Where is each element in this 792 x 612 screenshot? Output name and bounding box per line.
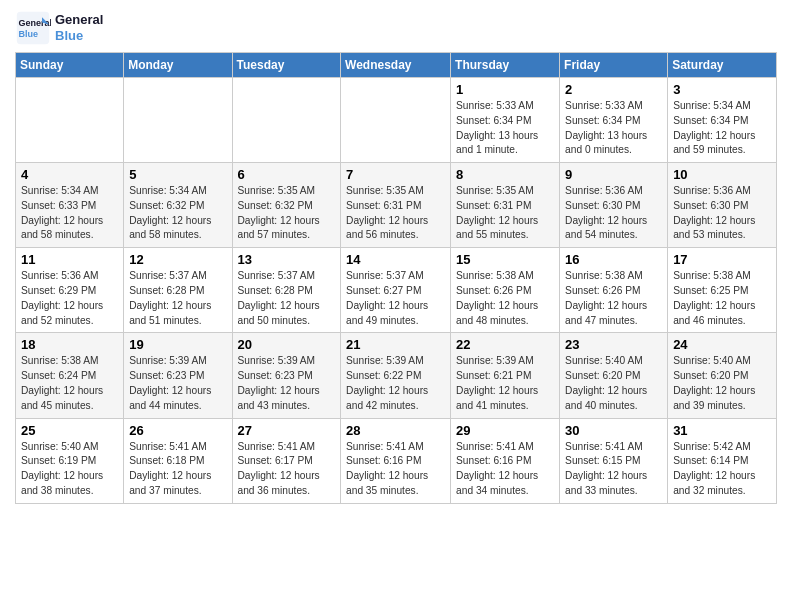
day-number: 16: [565, 252, 662, 267]
calendar-week-5: 25Sunrise: 5:40 AM Sunset: 6:19 PM Dayli…: [16, 418, 777, 503]
page: General Blue General Blue SundayMondayTu…: [0, 0, 792, 514]
calendar-cell: 29Sunrise: 5:41 AM Sunset: 6:16 PM Dayli…: [451, 418, 560, 503]
day-number: 7: [346, 167, 445, 182]
col-header-tuesday: Tuesday: [232, 53, 341, 78]
day-number: 25: [21, 423, 118, 438]
calendar-cell: 21Sunrise: 5:39 AM Sunset: 6:22 PM Dayli…: [341, 333, 451, 418]
calendar-cell: 15Sunrise: 5:38 AM Sunset: 6:26 PM Dayli…: [451, 248, 560, 333]
day-info: Sunrise: 5:35 AM Sunset: 6:32 PM Dayligh…: [238, 184, 336, 243]
calendar-cell: 31Sunrise: 5:42 AM Sunset: 6:14 PM Dayli…: [668, 418, 777, 503]
calendar-cell: [232, 78, 341, 163]
day-number: 27: [238, 423, 336, 438]
day-number: 2: [565, 82, 662, 97]
calendar-cell: 25Sunrise: 5:40 AM Sunset: 6:19 PM Dayli…: [16, 418, 124, 503]
day-info: Sunrise: 5:42 AM Sunset: 6:14 PM Dayligh…: [673, 440, 771, 499]
day-info: Sunrise: 5:39 AM Sunset: 6:21 PM Dayligh…: [456, 354, 554, 413]
calendar-cell: 5Sunrise: 5:34 AM Sunset: 6:32 PM Daylig…: [124, 163, 232, 248]
calendar-cell: 2Sunrise: 5:33 AM Sunset: 6:34 PM Daylig…: [560, 78, 668, 163]
calendar-header: SundayMondayTuesdayWednesdayThursdayFrid…: [16, 53, 777, 78]
day-number: 17: [673, 252, 771, 267]
day-info: Sunrise: 5:36 AM Sunset: 6:29 PM Dayligh…: [21, 269, 118, 328]
calendar-cell: 13Sunrise: 5:37 AM Sunset: 6:28 PM Dayli…: [232, 248, 341, 333]
day-number: 3: [673, 82, 771, 97]
svg-text:Blue: Blue: [19, 29, 39, 39]
calendar-cell: 22Sunrise: 5:39 AM Sunset: 6:21 PM Dayli…: [451, 333, 560, 418]
day-number: 19: [129, 337, 226, 352]
day-number: 11: [21, 252, 118, 267]
calendar-cell: 17Sunrise: 5:38 AM Sunset: 6:25 PM Dayli…: [668, 248, 777, 333]
day-number: 29: [456, 423, 554, 438]
day-number: 8: [456, 167, 554, 182]
calendar-cell: 16Sunrise: 5:38 AM Sunset: 6:26 PM Dayli…: [560, 248, 668, 333]
day-info: Sunrise: 5:41 AM Sunset: 6:18 PM Dayligh…: [129, 440, 226, 499]
day-info: Sunrise: 5:39 AM Sunset: 6:22 PM Dayligh…: [346, 354, 445, 413]
day-info: Sunrise: 5:39 AM Sunset: 6:23 PM Dayligh…: [238, 354, 336, 413]
calendar-cell: 4Sunrise: 5:34 AM Sunset: 6:33 PM Daylig…: [16, 163, 124, 248]
day-info: Sunrise: 5:37 AM Sunset: 6:28 PM Dayligh…: [129, 269, 226, 328]
day-number: 15: [456, 252, 554, 267]
day-info: Sunrise: 5:40 AM Sunset: 6:19 PM Dayligh…: [21, 440, 118, 499]
day-info: Sunrise: 5:35 AM Sunset: 6:31 PM Dayligh…: [456, 184, 554, 243]
calendar-cell: 18Sunrise: 5:38 AM Sunset: 6:24 PM Dayli…: [16, 333, 124, 418]
day-info: Sunrise: 5:34 AM Sunset: 6:33 PM Dayligh…: [21, 184, 118, 243]
col-header-friday: Friday: [560, 53, 668, 78]
calendar-cell: 24Sunrise: 5:40 AM Sunset: 6:20 PM Dayli…: [668, 333, 777, 418]
day-number: 20: [238, 337, 336, 352]
day-info: Sunrise: 5:41 AM Sunset: 6:15 PM Dayligh…: [565, 440, 662, 499]
calendar-cell: 3Sunrise: 5:34 AM Sunset: 6:34 PM Daylig…: [668, 78, 777, 163]
calendar-week-2: 4Sunrise: 5:34 AM Sunset: 6:33 PM Daylig…: [16, 163, 777, 248]
calendar-cell: 19Sunrise: 5:39 AM Sunset: 6:23 PM Dayli…: [124, 333, 232, 418]
calendar-week-3: 11Sunrise: 5:36 AM Sunset: 6:29 PM Dayli…: [16, 248, 777, 333]
day-number: 1: [456, 82, 554, 97]
day-number: 21: [346, 337, 445, 352]
calendar-cell: 6Sunrise: 5:35 AM Sunset: 6:32 PM Daylig…: [232, 163, 341, 248]
calendar-cell: 26Sunrise: 5:41 AM Sunset: 6:18 PM Dayli…: [124, 418, 232, 503]
day-number: 22: [456, 337, 554, 352]
col-header-monday: Monday: [124, 53, 232, 78]
day-info: Sunrise: 5:39 AM Sunset: 6:23 PM Dayligh…: [129, 354, 226, 413]
day-info: Sunrise: 5:40 AM Sunset: 6:20 PM Dayligh…: [673, 354, 771, 413]
day-info: Sunrise: 5:38 AM Sunset: 6:25 PM Dayligh…: [673, 269, 771, 328]
day-number: 12: [129, 252, 226, 267]
logo-icon: General Blue: [15, 10, 51, 46]
col-header-wednesday: Wednesday: [341, 53, 451, 78]
calendar-table: SundayMondayTuesdayWednesdayThursdayFrid…: [15, 52, 777, 504]
calendar-body: 1Sunrise: 5:33 AM Sunset: 6:34 PM Daylig…: [16, 78, 777, 504]
day-number: 26: [129, 423, 226, 438]
day-info: Sunrise: 5:38 AM Sunset: 6:26 PM Dayligh…: [456, 269, 554, 328]
calendar-cell: 23Sunrise: 5:40 AM Sunset: 6:20 PM Dayli…: [560, 333, 668, 418]
day-info: Sunrise: 5:33 AM Sunset: 6:34 PM Dayligh…: [565, 99, 662, 158]
calendar-cell: 11Sunrise: 5:36 AM Sunset: 6:29 PM Dayli…: [16, 248, 124, 333]
day-info: Sunrise: 5:34 AM Sunset: 6:32 PM Dayligh…: [129, 184, 226, 243]
calendar-cell: 27Sunrise: 5:41 AM Sunset: 6:17 PM Dayli…: [232, 418, 341, 503]
day-number: 24: [673, 337, 771, 352]
header: General Blue General Blue: [15, 10, 777, 46]
col-header-thursday: Thursday: [451, 53, 560, 78]
day-info: Sunrise: 5:35 AM Sunset: 6:31 PM Dayligh…: [346, 184, 445, 243]
day-number: 18: [21, 337, 118, 352]
col-header-sunday: Sunday: [16, 53, 124, 78]
calendar-cell: 8Sunrise: 5:35 AM Sunset: 6:31 PM Daylig…: [451, 163, 560, 248]
day-number: 23: [565, 337, 662, 352]
calendar-cell: [341, 78, 451, 163]
calendar-cell: 28Sunrise: 5:41 AM Sunset: 6:16 PM Dayli…: [341, 418, 451, 503]
day-number: 13: [238, 252, 336, 267]
day-number: 31: [673, 423, 771, 438]
logo: General Blue General Blue: [15, 10, 103, 46]
day-info: Sunrise: 5:41 AM Sunset: 6:17 PM Dayligh…: [238, 440, 336, 499]
calendar-cell: [16, 78, 124, 163]
day-info: Sunrise: 5:36 AM Sunset: 6:30 PM Dayligh…: [565, 184, 662, 243]
day-number: 5: [129, 167, 226, 182]
day-number: 30: [565, 423, 662, 438]
day-info: Sunrise: 5:34 AM Sunset: 6:34 PM Dayligh…: [673, 99, 771, 158]
calendar-cell: 7Sunrise: 5:35 AM Sunset: 6:31 PM Daylig…: [341, 163, 451, 248]
day-number: 6: [238, 167, 336, 182]
day-info: Sunrise: 5:37 AM Sunset: 6:27 PM Dayligh…: [346, 269, 445, 328]
calendar-week-4: 18Sunrise: 5:38 AM Sunset: 6:24 PM Dayli…: [16, 333, 777, 418]
calendar-cell: 10Sunrise: 5:36 AM Sunset: 6:30 PM Dayli…: [668, 163, 777, 248]
calendar-cell: 1Sunrise: 5:33 AM Sunset: 6:34 PM Daylig…: [451, 78, 560, 163]
day-info: Sunrise: 5:37 AM Sunset: 6:28 PM Dayligh…: [238, 269, 336, 328]
header-row: SundayMondayTuesdayWednesdayThursdayFrid…: [16, 53, 777, 78]
day-info: Sunrise: 5:36 AM Sunset: 6:30 PM Dayligh…: [673, 184, 771, 243]
calendar-cell: 9Sunrise: 5:36 AM Sunset: 6:30 PM Daylig…: [560, 163, 668, 248]
